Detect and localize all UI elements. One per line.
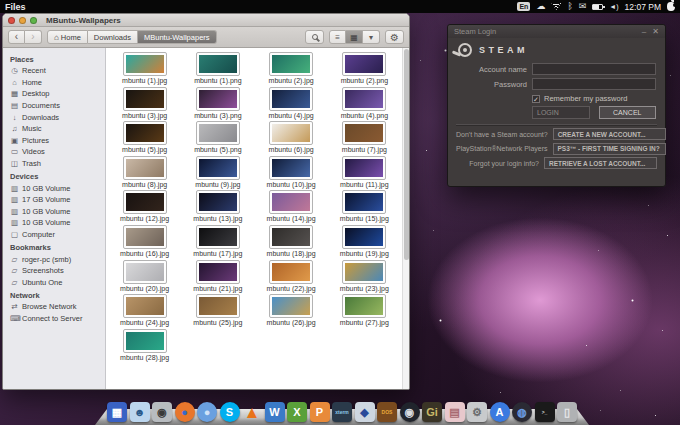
- sidebar-item-recent[interactable]: ◷Recent: [10, 65, 105, 77]
- file-item[interactable]: mbuntu (3).jpg: [108, 88, 181, 123]
- dock-icon-textedit[interactable]: ▤: [445, 402, 465, 422]
- dock-icon-calc[interactable]: X: [287, 402, 307, 422]
- breadcrumb-mbuntu-wallpapers[interactable]: MBuntu-Wallpapers: [138, 30, 217, 44]
- file-item[interactable]: mbuntu (25).jpg: [181, 295, 254, 330]
- steam-link-button-2[interactable]: RETRIEVE A LOST ACCOUNT...: [544, 157, 657, 169]
- dock-icon-trash[interactable]: ▯: [557, 402, 577, 422]
- bluetooth-icon[interactable]: ᛒ: [567, 0, 572, 13]
- dock-icon-chromium[interactable]: ●: [197, 402, 217, 422]
- dock-icon-system-settings[interactable]: ⚙: [467, 402, 487, 422]
- account-name-field[interactable]: [532, 63, 656, 75]
- breadcrumb-home[interactable]: ⌂Home: [47, 30, 88, 44]
- dock-icon-app-store[interactable]: A: [490, 402, 510, 422]
- steam-titlebar[interactable]: Steam Login – ✕: [448, 25, 665, 38]
- file-item[interactable]: mbuntu (3).png: [181, 88, 254, 123]
- file-item[interactable]: mbuntu (4).jpg: [255, 88, 328, 123]
- scrollbar-thumb[interactable]: [404, 49, 409, 260]
- file-item[interactable]: mbuntu (12).jpg: [108, 191, 181, 226]
- file-item[interactable]: mbuntu (5).jpg: [108, 122, 181, 157]
- sidebar-item-pictures[interactable]: ▣Pictures: [10, 135, 105, 147]
- dock-icon-screenshot[interactable]: ◉: [152, 402, 172, 422]
- file-item[interactable]: mbuntu (26).jpg: [255, 295, 328, 330]
- sidebar-item-browse-network[interactable]: ⇄Browse Network: [10, 301, 105, 313]
- files-titlebar[interactable]: MBuntu-Wallpapers: [3, 14, 409, 27]
- file-item[interactable]: mbuntu (9).jpg: [181, 157, 254, 192]
- sidebar-item-17-gb-volume[interactable]: ▥17 GB Volume: [10, 194, 105, 206]
- sidebar-item-trash[interactable]: ◫Trash: [10, 158, 105, 170]
- password-field[interactable]: [532, 78, 656, 90]
- dock-icon-software-center[interactable]: ◍: [512, 402, 532, 422]
- forward-button[interactable]: ›: [25, 30, 42, 44]
- sidebar-item-10-gb-volume[interactable]: ▥10 GB Volume: [10, 217, 105, 229]
- back-button[interactable]: ‹: [8, 30, 25, 44]
- sidebar-item-downloads[interactable]: ↓Downloads: [10, 111, 105, 123]
- file-item[interactable]: mbuntu (6).jpg: [255, 122, 328, 157]
- apple-logo-icon[interactable]: [667, 2, 675, 11]
- sidebar-item-computer[interactable]: ▢Computer: [10, 229, 105, 241]
- steam-minimize-button[interactable]: –: [642, 27, 646, 36]
- sidebar-item-screenshots[interactable]: ▱Screenshots: [10, 265, 105, 277]
- wifi-icon[interactable]: [551, 3, 561, 10]
- sidebar-item-home[interactable]: ⌂Home: [10, 77, 105, 89]
- clock[interactable]: 12:07 PM: [625, 2, 661, 12]
- dock-icon-writer[interactable]: W: [265, 402, 285, 422]
- file-item[interactable]: mbuntu (7).jpg: [328, 122, 401, 157]
- view-dropdown-button[interactable]: ▾: [363, 30, 380, 44]
- sidebar-item-ubuntu-one[interactable]: ▱Ubuntu One: [10, 277, 105, 289]
- remember-password-checkbox[interactable]: ✓: [532, 95, 540, 103]
- dock-icon-launchpad[interactable]: ▦: [107, 402, 127, 422]
- sidebar-item-desktop[interactable]: ▦Desktop: [10, 88, 105, 100]
- maximize-button[interactable]: [30, 17, 37, 24]
- file-item[interactable]: mbuntu (13).jpg: [181, 191, 254, 226]
- dock-icon-xterm[interactable]: xterm: [332, 402, 352, 422]
- file-item[interactable]: mbuntu (21).jpg: [181, 261, 254, 296]
- file-item[interactable]: mbuntu (16).jpg: [108, 226, 181, 261]
- file-item[interactable]: mbuntu (24).jpg: [108, 295, 181, 330]
- dock-icon-virtualbox[interactable]: ◆: [355, 402, 375, 422]
- cloud-icon[interactable]: ☁: [536, 0, 545, 13]
- file-item[interactable]: mbuntu (11).jpg: [328, 157, 401, 192]
- sidebar-item-10-gb-volume[interactable]: ▥10 GB Volume: [10, 206, 105, 218]
- volume-icon[interactable]: ◄): [609, 0, 618, 13]
- breadcrumb-downloads[interactable]: Downloads: [88, 30, 138, 44]
- dock-icon-steam[interactable]: ◉: [400, 402, 420, 422]
- login-button[interactable]: LOGIN: [532, 106, 590, 119]
- sidebar-item-roger-pc-smb-[interactable]: ▱roger-pc (smb): [10, 253, 105, 265]
- scrollbar[interactable]: [402, 48, 409, 389]
- file-item[interactable]: mbuntu (17).jpg: [181, 226, 254, 261]
- file-item[interactable]: mbuntu (8).jpg: [108, 157, 181, 192]
- file-item[interactable]: mbuntu (28).jpg: [108, 330, 181, 365]
- close-button[interactable]: [8, 17, 15, 24]
- mail-icon[interactable]: ✉: [579, 0, 587, 13]
- file-item[interactable]: mbuntu (2).png: [328, 53, 401, 88]
- file-item[interactable]: mbuntu (2).jpg: [255, 53, 328, 88]
- cancel-button[interactable]: CANCEL: [599, 106, 657, 119]
- file-item[interactable]: mbuntu (22).jpg: [255, 261, 328, 296]
- sidebar-item-documents[interactable]: ▤Documents: [10, 100, 105, 112]
- file-item[interactable]: mbuntu (1).png: [181, 53, 254, 88]
- keyboard-layout-indicator[interactable]: En: [517, 2, 530, 11]
- sidebar-item-10-gb-volume[interactable]: ▥10 GB Volume: [10, 182, 105, 194]
- file-item[interactable]: mbuntu (1).jpg: [108, 53, 181, 88]
- file-item[interactable]: mbuntu (20).jpg: [108, 261, 181, 296]
- options-button[interactable]: ⚙: [385, 30, 404, 44]
- search-button[interactable]: [305, 30, 324, 44]
- file-item[interactable]: mbuntu (18).jpg: [255, 226, 328, 261]
- sidebar-item-videos[interactable]: ▭Videos: [10, 146, 105, 158]
- file-item[interactable]: mbuntu (5).png: [181, 122, 254, 157]
- dock-icon-gimp[interactable]: Gi: [422, 402, 442, 422]
- steam-link-button-0[interactable]: CREATE A NEW ACCOUNT...: [553, 128, 666, 140]
- dock-icon-terminal[interactable]: >_: [535, 402, 555, 422]
- file-item[interactable]: mbuntu (19).jpg: [328, 226, 401, 261]
- dock-icon-dosbox[interactable]: DOS: [377, 402, 397, 422]
- file-item[interactable]: mbuntu (15).jpg: [328, 191, 401, 226]
- dock-icon-firefox[interactable]: ●: [175, 402, 195, 422]
- battery-icon[interactable]: [592, 4, 603, 10]
- dock-icon-vlc[interactable]: ▲: [242, 402, 262, 422]
- dock-icon-impress[interactable]: P: [310, 402, 330, 422]
- file-item[interactable]: mbuntu (10).jpg: [255, 157, 328, 192]
- minimize-button[interactable]: [19, 17, 26, 24]
- steam-close-button[interactable]: ✕: [652, 27, 659, 36]
- file-item[interactable]: mbuntu (27).jpg: [328, 295, 401, 330]
- dock-icon-skype[interactable]: S: [220, 402, 240, 422]
